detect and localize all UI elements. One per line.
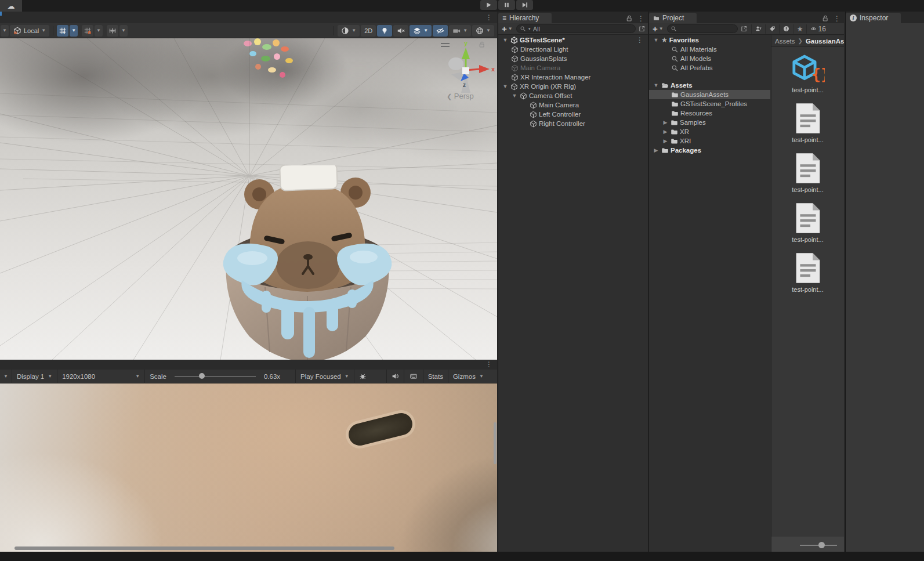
- scene-lighting-toggle[interactable]: [377, 25, 392, 37]
- frame-debugger-button[interactable]: [354, 370, 371, 383]
- breadcrumb-root[interactable]: Assets: [775, 38, 795, 45]
- asset-item[interactable]: test-point...: [771, 151, 844, 193]
- folder-item[interactable]: ▶ Samples: [649, 118, 770, 127]
- project-searchbox[interactable]: [667, 24, 738, 33]
- hierarchy-item[interactable]: Main Camera: [498, 100, 648, 110]
- stats-button[interactable]: Stats: [423, 370, 448, 383]
- projection-label[interactable]: ❮ Persp: [447, 92, 474, 100]
- hierarchy-item[interactable]: XR Interaction Manager: [498, 73, 648, 82]
- gizmos-button[interactable]: Gizmos ▼: [448, 370, 488, 383]
- scene-viewport[interactable]: y x z ❮ Persp: [0, 38, 497, 360]
- create-object-button[interactable]: +▼: [501, 24, 514, 34]
- search-by-label-button[interactable]: [765, 24, 779, 34]
- popout-icon[interactable]: [740, 25, 748, 32]
- favorites-filter-button[interactable]: ★: [793, 24, 807, 34]
- increment-snap-button[interactable]: [82, 25, 93, 37]
- thumbnail-size-thumb[interactable]: [818, 542, 825, 548]
- expand-arrow[interactable]: ▼: [511, 93, 518, 99]
- hierarchy-item-disabled[interactable]: Main Camera: [498, 63, 648, 73]
- scene-item-kebab[interactable]: ⋮: [636, 37, 648, 44]
- hidden-count-button[interactable]: 16: [806, 24, 829, 34]
- search-by-import-log-button[interactable]: [779, 24, 793, 34]
- folder-item[interactable]: ▶ XR: [649, 127, 770, 136]
- mute-audio-button[interactable]: [387, 370, 404, 383]
- resolution-selector[interactable]: 1920x1080 ▼: [57, 370, 144, 383]
- hierarchy-item[interactable]: Left Controller: [498, 110, 648, 119]
- thumbnail-size-slider[interactable]: [800, 545, 837, 546]
- project-search-input[interactable]: [679, 26, 734, 32]
- display-selector[interactable]: Display 1 ▼: [12, 370, 57, 383]
- hierarchy-item[interactable]: GaussianSplats: [498, 54, 648, 63]
- hierarchy-item[interactable]: ▼ Camera Offset: [498, 91, 648, 100]
- game-view-dropdown[interactable]: ▼: [0, 370, 12, 383]
- folder-item[interactable]: ▶ XRI: [649, 136, 770, 146]
- scale-slider-thumb[interactable]: [199, 373, 205, 379]
- increment-snap-dropdown[interactable]: ▼: [95, 25, 103, 37]
- game-menu-kebab[interactable]: ⋮: [485, 361, 492, 368]
- 2d-toggle[interactable]: 2D: [361, 25, 376, 37]
- scene-audio-toggle[interactable]: [393, 25, 408, 37]
- breadcrumb[interactable]: Assets ❯ GaussianAs: [771, 35, 844, 47]
- assets-header[interactable]: ▼ Assets: [649, 81, 770, 90]
- expand-arrow[interactable]: ▶: [662, 129, 669, 135]
- favorite-item[interactable]: All Models: [649, 54, 770, 63]
- expand-arrow[interactable]: ▼: [653, 82, 660, 88]
- camera-settings-button[interactable]: ▼: [449, 25, 471, 37]
- expand-arrow[interactable]: ▶: [662, 138, 669, 144]
- favorite-item[interactable]: All Prefabs: [649, 63, 770, 73]
- asset-item[interactable]: test-point...: [771, 251, 844, 293]
- lock-icon[interactable]: [821, 15, 829, 22]
- popout-icon[interactable]: [638, 25, 646, 32]
- expand-arrow[interactable]: ▼: [502, 84, 509, 89]
- shading-mode-button[interactable]: ▼: [338, 25, 360, 37]
- grid-snap-dropdown[interactable]: ▼: [70, 25, 78, 37]
- hierarchy-kebab[interactable]: ⋮: [637, 15, 644, 22]
- vertical-scrollbar[interactable]: [494, 422, 497, 464]
- cloud-services-button[interactable]: ☁: [0, 0, 22, 12]
- expand-arrow[interactable]: ▶: [662, 120, 669, 125]
- hierarchy-item[interactable]: ▼ XR Origin (XR Rig): [498, 82, 648, 91]
- snap-settings-dropdown[interactable]: ▼: [119, 25, 128, 37]
- lightbulb-icon: [381, 27, 389, 35]
- tab-project[interactable]: Project: [649, 13, 697, 23]
- tool-dropdown-partial[interactable]: ▼: [1, 25, 9, 37]
- search-by-type-button[interactable]: [751, 24, 765, 34]
- hierarchy-searchbox[interactable]: ▼: [516, 24, 636, 33]
- asset-item[interactable]: test-point...: [771, 54, 844, 93]
- tab-inspector[interactable]: i Inspector: [846, 13, 901, 23]
- scale-slider[interactable]: [175, 376, 256, 377]
- pause-button[interactable]: [498, 0, 515, 10]
- scene-visibility-toggle[interactable]: [433, 25, 448, 37]
- pivot-orientation-button[interactable]: Local ▼: [10, 25, 49, 37]
- project-kebab[interactable]: ⋮: [834, 15, 840, 22]
- hierarchy-item-scene[interactable]: ▼ GSTestScene* ⋮: [498, 35, 648, 45]
- game-viewport[interactable]: [0, 383, 497, 552]
- folder-item-selected[interactable]: GaussianAssets: [649, 90, 770, 99]
- asset-item[interactable]: test-point...: [771, 201, 844, 243]
- step-button[interactable]: [516, 0, 533, 10]
- hierarchy-item[interactable]: Directional Light: [498, 45, 648, 54]
- expand-arrow[interactable]: ▶: [653, 147, 660, 153]
- snap-settings-button[interactable]: [107, 25, 118, 37]
- gizmos-visibility-button[interactable]: ▼: [472, 25, 494, 37]
- virtual-keyboard-button[interactable]: [404, 370, 423, 383]
- tab-hierarchy[interactable]: ≡ Hierarchy: [498, 13, 552, 23]
- scene-menu-kebab[interactable]: ⋮: [485, 14, 492, 21]
- favorite-item[interactable]: All Materials: [649, 45, 770, 54]
- favorites-header[interactable]: ▼ ★ Favorites: [649, 35, 770, 45]
- horizontal-scrollbar[interactable]: [15, 546, 394, 550]
- asset-item[interactable]: test-point...: [771, 102, 844, 143]
- focus-mode-selector[interactable]: Play Focused ▼: [296, 370, 354, 383]
- hierarchy-item[interactable]: Right Controller: [498, 119, 648, 128]
- folder-item[interactable]: Resources: [649, 108, 770, 118]
- folder-item[interactable]: GSTestScene_Profiles: [649, 99, 770, 108]
- expand-arrow[interactable]: ▼: [653, 37, 660, 43]
- hierarchy-search-input[interactable]: [533, 26, 632, 32]
- play-button[interactable]: [480, 0, 497, 10]
- packages-header[interactable]: ▶ Packages: [649, 146, 770, 155]
- grid-snap-button[interactable]: Y: [57, 25, 68, 37]
- lock-icon[interactable]: [625, 15, 633, 22]
- scene-effects-toggle[interactable]: ▼: [410, 25, 432, 37]
- create-asset-button[interactable]: +▼: [651, 24, 665, 34]
- expand-arrow[interactable]: ▼: [502, 37, 509, 43]
